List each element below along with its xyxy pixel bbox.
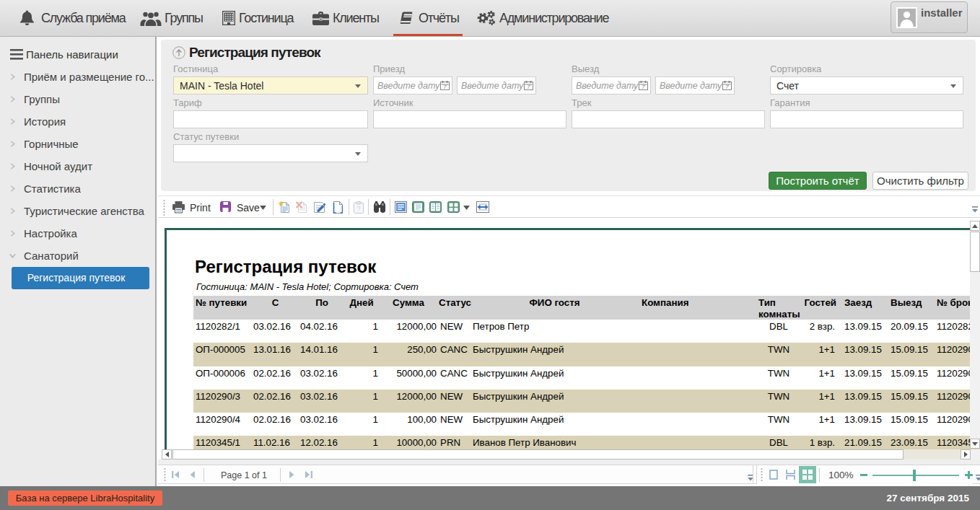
svg-text:7: 7: [443, 84, 447, 90]
svg-text:?: ?: [356, 205, 360, 212]
svg-text:7: 7: [725, 84, 729, 90]
svg-text:7: 7: [642, 84, 645, 90]
svg-text:7: 7: [527, 84, 530, 90]
